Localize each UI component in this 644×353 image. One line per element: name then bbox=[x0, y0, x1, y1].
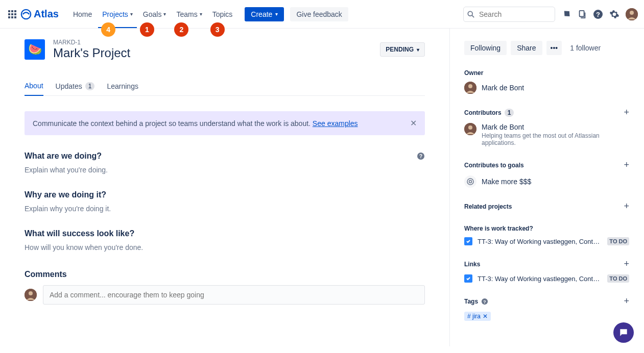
project-icon: 🍉 bbox=[25, 39, 45, 60]
svg-point-22 bbox=[468, 84, 472, 88]
status-dropdown[interactable]: PENDING▾ bbox=[380, 42, 425, 57]
atlas-logo[interactable]: Atlas bbox=[20, 8, 59, 20]
tags-section: Tags ? + # jira✕ bbox=[464, 296, 629, 321]
nav-goals[interactable]: Goals▾ 1 bbox=[139, 7, 171, 21]
notifications-icon[interactable] bbox=[561, 9, 571, 19]
svg-line-11 bbox=[472, 15, 474, 17]
sidebar: Following Share ••• 1 follower Owner Mar… bbox=[449, 29, 643, 346]
main-content: 5 🍉 MARKD-1 Mark's Project PENDING▾ Abou… bbox=[0, 29, 449, 346]
give-feedback-button[interactable]: Give feedback bbox=[290, 7, 348, 21]
add-tag-icon[interactable]: + bbox=[624, 296, 629, 307]
svg-rect-12 bbox=[580, 10, 584, 16]
share-button[interactable]: Share bbox=[511, 41, 542, 55]
svg-point-20 bbox=[29, 291, 33, 295]
nav-projects[interactable]: Projects▾ 4 bbox=[98, 7, 137, 21]
comment-box bbox=[25, 285, 425, 305]
remove-tag-icon[interactable]: ✕ bbox=[483, 313, 488, 320]
target-icon bbox=[464, 175, 476, 188]
settings-icon[interactable] bbox=[609, 9, 619, 19]
success-placeholder[interactable]: How will you know when you're done. bbox=[25, 243, 425, 251]
annotation-4: 4 bbox=[101, 22, 115, 37]
annotation-3: 3 bbox=[210, 22, 225, 37]
chevron-down-icon: ▾ bbox=[130, 11, 133, 17]
annotation-2: 2 bbox=[174, 22, 188, 37]
owner-avatar bbox=[464, 82, 476, 94]
todo-badge: TO DO bbox=[607, 237, 629, 245]
link-text: TT-3: Way of Working vastleggen, Conten.… bbox=[478, 275, 602, 283]
what-heading: What are we doing? bbox=[25, 152, 102, 161]
related-projects-section: Related projects + bbox=[464, 201, 629, 212]
jira-icon bbox=[464, 237, 472, 245]
more-button[interactable]: ••• bbox=[546, 41, 562, 55]
tracked-section: Where is work tracked? TT-3: Way of Work… bbox=[464, 225, 629, 245]
add-link-icon[interactable]: + bbox=[624, 259, 629, 269]
tracked-link: TT-3: Way of Working vastleggen, Conten.… bbox=[478, 238, 602, 245]
tracked-row[interactable]: TT-3: Way of Working vastleggen, Conten.… bbox=[464, 237, 629, 245]
following-button[interactable]: Following bbox=[464, 41, 507, 55]
chevron-down-icon: ▾ bbox=[275, 11, 278, 17]
updates-count: 1 bbox=[85, 82, 95, 90]
why-placeholder[interactable]: Explain why you're doing it. bbox=[25, 205, 425, 213]
follower-count: 1 follower bbox=[570, 44, 601, 52]
copy-icon[interactable] bbox=[578, 10, 587, 19]
add-related-icon[interactable]: + bbox=[624, 201, 629, 212]
close-icon[interactable]: ✕ bbox=[410, 118, 417, 128]
success-heading: What will success look like? bbox=[25, 229, 134, 238]
chevron-down-icon: ▾ bbox=[417, 47, 419, 53]
nav-home[interactable]: Home bbox=[69, 7, 96, 21]
section-why: Why are we doing it? Explain why you're … bbox=[25, 190, 425, 213]
tab-learnings[interactable]: Learnings bbox=[107, 79, 138, 95]
add-contributor-icon[interactable]: + bbox=[624, 107, 629, 118]
todo-badge: TO DO bbox=[607, 274, 629, 283]
svg-text:?: ? bbox=[483, 299, 486, 304]
goal-row[interactable]: Make more $$$ bbox=[464, 175, 629, 188]
svg-point-16 bbox=[630, 11, 634, 15]
project-status: PENDING▾ bbox=[380, 42, 425, 57]
chevron-down-icon: ▾ bbox=[200, 11, 202, 17]
contributors-count: 1 bbox=[505, 109, 514, 117]
chat-fab[interactable] bbox=[613, 322, 634, 343]
app-switcher-icon[interactable] bbox=[6, 8, 18, 20]
owner-section: Owner Mark de Bont bbox=[464, 69, 629, 94]
user-avatar[interactable] bbox=[626, 8, 638, 20]
help-icon[interactable]: ? bbox=[417, 152, 425, 160]
search-input[interactable] bbox=[463, 7, 555, 22]
tab-about[interactable]: About bbox=[25, 79, 43, 96]
nav-right: ? bbox=[463, 7, 638, 22]
project-key: MARKD-1 bbox=[53, 39, 130, 46]
comment-avatar bbox=[25, 289, 37, 301]
help-icon[interactable]: ? bbox=[593, 9, 603, 19]
search-icon bbox=[467, 11, 474, 18]
tab-updates[interactable]: Updates 1 bbox=[56, 79, 95, 95]
add-goal-icon[interactable]: + bbox=[624, 160, 629, 170]
why-heading: Why are we doing it? bbox=[25, 190, 106, 199]
project-title: Mark's Project bbox=[53, 46, 130, 60]
tag-chip[interactable]: # jira✕ bbox=[464, 312, 491, 321]
info-banner: Communicate the context behind a project… bbox=[25, 111, 425, 135]
tabs: About Updates 1 Learnings bbox=[25, 79, 425, 96]
tracked-label: Where is work tracked? bbox=[464, 225, 533, 232]
contributors-label: Contributors bbox=[464, 109, 502, 116]
owner-row[interactable]: Mark de Bont bbox=[464, 82, 629, 94]
svg-rect-4 bbox=[11, 13, 13, 15]
nav-topics[interactable]: Topics 3 bbox=[208, 7, 237, 21]
owner-name: Mark de Bont bbox=[482, 84, 524, 92]
layout: 5 🍉 MARKD-1 Mark's Project PENDING▾ Abou… bbox=[0, 29, 644, 346]
comment-input[interactable] bbox=[43, 285, 425, 305]
contributor-subtitle: Helping teams get the most out of Atlass… bbox=[482, 132, 629, 146]
goals-section: Contributes to goals + Make more $$$ bbox=[464, 160, 629, 188]
create-button[interactable]: Create▾ bbox=[245, 7, 284, 21]
link-row[interactable]: TT-3: Way of Working vastleggen, Conten.… bbox=[464, 274, 629, 283]
see-examples-link[interactable]: See examples bbox=[313, 119, 358, 128]
search-box bbox=[463, 7, 555, 22]
project-header: 🍉 MARKD-1 Mark's Project PENDING▾ bbox=[25, 39, 425, 60]
svg-rect-1 bbox=[11, 10, 13, 12]
sidebar-actions: Following Share ••• 1 follower bbox=[464, 41, 629, 55]
svg-point-26 bbox=[469, 181, 472, 183]
help-icon[interactable]: ? bbox=[481, 298, 488, 305]
contributor-row[interactable]: Mark de Bont Helping teams get the most … bbox=[464, 123, 629, 146]
goal-name: Make more $$$ bbox=[482, 178, 531, 186]
related-label: Related projects bbox=[464, 203, 512, 210]
what-placeholder[interactable]: Explain what you're doing. bbox=[25, 166, 425, 174]
nav-teams[interactable]: Teams▾ 2 bbox=[172, 7, 206, 21]
